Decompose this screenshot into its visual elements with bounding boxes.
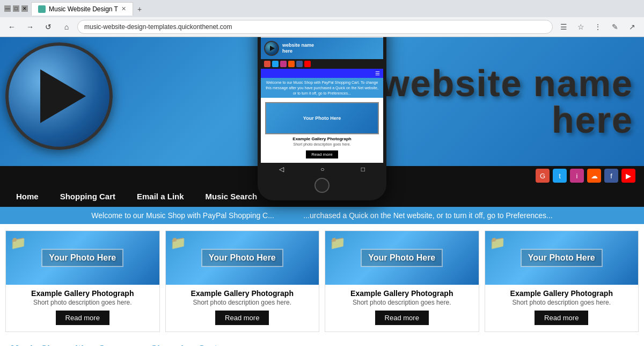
- tab-title: Music Website Design T: [49, 5, 118, 13]
- tab-favicon: [38, 5, 46, 13]
- close-button[interactable]: ✕: [21, 5, 28, 12]
- photo-placeholder-text-1: Your Photo Here: [41, 249, 123, 267]
- minimize-button[interactable]: —: [4, 5, 11, 12]
- soundcloud-icon[interactable]: ☁: [587, 169, 601, 183]
- nav-shopping-cart[interactable]: Shopping Cart: [60, 192, 115, 201]
- bottom-section: Music Shop with e-Commerce Shopping Cart…: [0, 338, 644, 346]
- play-button[interactable]: [5, 42, 113, 150]
- address-bar: ← → ↺ ⌂ music-website-design-templates.q…: [0, 17, 644, 37]
- play-button-container: [5, 42, 123, 161]
- refresh-button[interactable]: ↺: [41, 19, 56, 34]
- back-button[interactable]: ←: [4, 19, 19, 34]
- gallery-title-3: Example Gallery Photograph: [325, 289, 479, 298]
- url-text: music-website-design-templates.quickonth…: [84, 23, 232, 31]
- phone-screen: ign-templates.quickonthenet.com ⋮ websit…: [261, 37, 383, 176]
- instagram-icon[interactable]: i: [570, 169, 584, 183]
- phone-social-soundcloud: [288, 61, 295, 67]
- site-title-line1: website name: [381, 65, 633, 102]
- gallery-card-4: 📁 Your Photo Here Example Gallery Photog…: [485, 230, 639, 332]
- toolbar-icons: ☰ ☆ ⋮ ✎ ↗: [556, 19, 640, 34]
- phone-site-name: website name here: [282, 42, 314, 54]
- phone-home-button[interactable]: [314, 178, 330, 193]
- reading-list-icon[interactable]: ☰: [556, 19, 571, 34]
- gallery-card-2: 📁 Your Photo Here Example Gallery Photog…: [165, 230, 320, 332]
- new-tab-button[interactable]: +: [133, 3, 146, 16]
- gallery-desc-1: Short photo description goes here.: [6, 299, 159, 306]
- photo-placeholder-text-4: Your Photo Here: [521, 249, 603, 267]
- folder-icon-3: 📁: [330, 235, 346, 250]
- phone-play-button: [264, 41, 279, 56]
- gallery-section: 📁 Your Photo Here Example Gallery Photog…: [0, 224, 644, 338]
- phone-menu-nav[interactable]: □: [361, 165, 365, 173]
- gallery-card-3: 📁 Your Photo Here Example Gallery Photog…: [325, 230, 479, 332]
- gallery-photo-3: 📁 Your Photo Here: [325, 231, 479, 285]
- bookmark-icon[interactable]: ☆: [573, 19, 588, 34]
- nav-email-link[interactable]: Email a Link: [137, 192, 184, 201]
- url-bar[interactable]: music-website-design-templates.quickonth…: [77, 20, 553, 34]
- folder-icon-4: 📁: [489, 235, 506, 250]
- gallery-desc-2: Short photo description goes here.: [166, 299, 319, 306]
- phone-gallery-card: Your Photo Here Example Gallery Photogra…: [261, 98, 383, 163]
- youtube-icon[interactable]: ▶: [621, 169, 635, 183]
- welcome-text: Welcome to our Music Shop with PayPal Sh…: [91, 211, 552, 220]
- browser-tab[interactable]: Music Website Design T ✕: [31, 2, 133, 16]
- phone-site-header: website name here: [261, 38, 383, 59]
- home-button[interactable]: ⌂: [59, 19, 74, 34]
- website-content: View on Mobile Phone ▲▲▲ 21:06 ign-templ…: [0, 37, 644, 346]
- nav-music-search[interactable]: Music Search: [206, 192, 258, 201]
- share-icon[interactable]: ↗: [625, 19, 640, 34]
- gallery-title-2: Example Gallery Photograph: [166, 289, 319, 298]
- phone-gallery-title: Example Gallery Photograph: [265, 136, 379, 141]
- phone-photo-placeholder: Your Photo Here: [265, 102, 379, 134]
- google-plus-icon[interactable]: G: [536, 169, 550, 183]
- photo-placeholder-text-3: Your Photo Here: [361, 249, 443, 267]
- gallery-desc-4: Short photo description goes here.: [485, 299, 639, 306]
- mobile-overlay: View on Mobile Phone ▲▲▲ 21:06 ign-templ…: [258, 37, 386, 200]
- phone-frame: ▲▲▲ 21:06 ign-templates.quickonthenet.co…: [258, 37, 386, 200]
- phone-back-nav[interactable]: ◁: [279, 165, 284, 173]
- site-title-line2: here: [552, 102, 633, 138]
- site-header: View on Mobile Phone ▲▲▲ 21:06 ign-templ…: [0, 37, 644, 166]
- facebook-icon[interactable]: f: [604, 169, 618, 183]
- window-controls: — □ ✕: [4, 5, 28, 12]
- tab-strip: Music Website Design T ✕ +: [31, 2, 640, 16]
- extensions-icon[interactable]: ✎: [608, 19, 623, 34]
- forward-button[interactable]: →: [23, 19, 38, 34]
- folder-icon-1: 📁: [10, 235, 26, 250]
- section-title: Music Shop with e-Commerce Shopping Cart: [11, 344, 633, 346]
- read-more-button-2[interactable]: Read more: [215, 311, 269, 325]
- phone-hamburger-icon[interactable]: ☰: [375, 70, 380, 76]
- read-more-button-3[interactable]: Read more: [375, 311, 429, 325]
- gallery-photo-4: 📁 Your Photo Here: [485, 231, 639, 285]
- phone-social-youtube: [304, 61, 311, 67]
- phone-welcome-message: Welcome to our Music Shop with PayPal Sh…: [261, 78, 383, 98]
- phone-social-twitter: [272, 61, 279, 67]
- phone-nav-bar: ◁ ○ □: [261, 163, 383, 176]
- phone-play-icon: [270, 46, 275, 51]
- tab-close-button[interactable]: ✕: [121, 5, 126, 12]
- folder-icon-2: 📁: [170, 235, 186, 250]
- phone-social-instagram: [280, 61, 287, 67]
- phone-social-facebook: [296, 61, 303, 67]
- play-icon: [40, 69, 86, 123]
- read-more-button-4[interactable]: Read more: [535, 311, 588, 325]
- gallery-photo-2: 📁 Your Photo Here: [166, 231, 319, 285]
- gallery-desc-3: Short photo description goes here.: [325, 299, 479, 306]
- phone-social-google: [264, 61, 270, 67]
- welcome-banner: Welcome to our Music Shop with PayPal Sh…: [0, 207, 644, 224]
- phone-social-bar: [261, 59, 383, 69]
- nav-home[interactable]: Home: [16, 192, 39, 201]
- phone-read-more-button[interactable]: Read more: [306, 150, 338, 158]
- phone-menu-bar: ☰: [261, 69, 383, 78]
- twitter-icon[interactable]: t: [553, 169, 567, 183]
- gallery-title-1: Example Gallery Photograph: [6, 289, 159, 298]
- read-more-button-1[interactable]: Read more: [56, 311, 109, 325]
- settings-icon[interactable]: ⋮: [590, 19, 605, 34]
- phone-gallery-desc: Short photo description goes here.: [265, 142, 379, 146]
- browser-chrome: — □ ✕ Music Website Design T ✕ + ← → ↺ ⌂…: [0, 0, 644, 37]
- phone-home-nav[interactable]: ○: [320, 165, 324, 173]
- gallery-title-4: Example Gallery Photograph: [485, 289, 639, 298]
- title-bar: — □ ✕ Music Website Design T ✕ +: [0, 0, 644, 17]
- maximize-button[interactable]: □: [13, 5, 19, 12]
- photo-placeholder-text-2: Your Photo Here: [201, 249, 283, 267]
